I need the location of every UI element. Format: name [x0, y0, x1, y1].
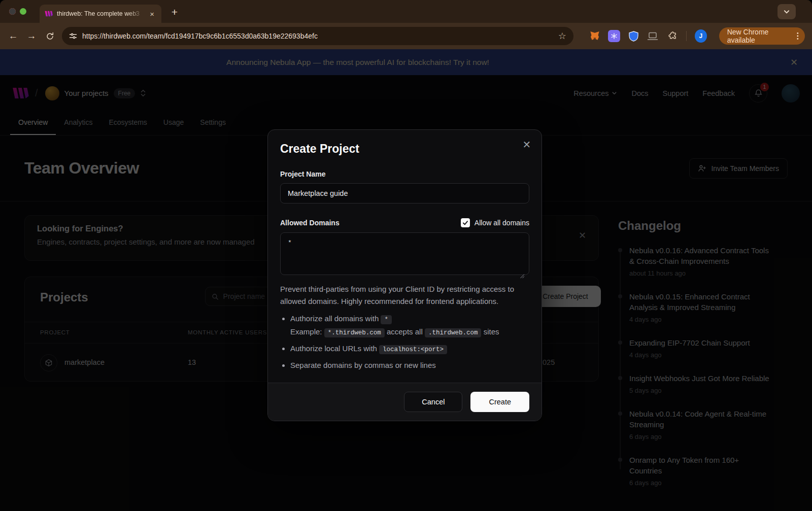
allowed-domains-label: Allowed Domains — [280, 219, 340, 227]
address-bar[interactable]: https://thirdweb.com/team/fcd194917bc9c6… — [62, 27, 573, 45]
code-chip: * — [381, 315, 392, 324]
code-chip: localhost:<port> — [379, 345, 447, 354]
url-text[interactable]: https://thirdweb.com/team/fcd194917bc9c6… — [82, 32, 553, 40]
thirdweb-favicon-icon — [45, 11, 53, 17]
allowed-domains-textarea[interactable]: * — [280, 232, 529, 275]
laptop-icon[interactable] — [647, 30, 659, 42]
chrome-update-label: New Chrome available — [727, 28, 792, 44]
modal-create-button[interactable]: Create — [470, 392, 529, 412]
page: Announcing Nebula App — the most powerfu… — [0, 49, 812, 511]
allow-all-label[interactable]: Allow all domains — [475, 219, 529, 227]
allow-all-domains-control[interactable]: Allow all domains — [461, 218, 529, 227]
forward-button[interactable]: → — [25, 30, 38, 42]
window-controls — [9, 8, 26, 15]
chevron-down-icon — [783, 8, 790, 15]
extensions-puzzle-icon[interactable] — [666, 30, 678, 42]
modal-close-icon[interactable]: ✕ — [519, 137, 534, 152]
tab-close-icon[interactable]: × — [148, 9, 156, 19]
new-tab-button[interactable]: + — [167, 5, 182, 19]
code-chip: .thirdweb.com — [425, 328, 482, 337]
chrome-update-button[interactable]: New Chrome available — [719, 27, 805, 45]
site-info-icon[interactable] — [69, 32, 77, 40]
help-bullet-separate: Separate domains by commas or new lines — [290, 359, 529, 371]
browser-toolbar: ← → https://thirdweb.com/team/fcd194917b… — [0, 23, 812, 49]
extensions-row: J New Chrome available — [589, 27, 805, 45]
reload-button[interactable] — [44, 30, 56, 42]
modal-body: Create Project Project Name Allowed Doma… — [268, 130, 542, 371]
create-project-modal: ✕ Create Project Project Name Allowed Do… — [267, 129, 542, 421]
browser-window: thirdweb: The complete web3 × + ← → http… — [0, 0, 812, 511]
kebab-menu-icon — [797, 32, 799, 40]
allowed-domains-row: Allowed Domains Allow all domains — [280, 218, 529, 227]
window-zoom-button[interactable] — [20, 8, 26, 15]
help-bullet-localhost: Authorize local URLs with localhost:<por… — [290, 343, 529, 356]
bookmark-star-icon[interactable]: ☆ — [558, 30, 566, 42]
modal-footer: Cancel Create — [268, 383, 542, 421]
chrome-profile-avatar[interactable]: J — [695, 29, 707, 43]
metamask-extension-icon[interactable] — [589, 30, 601, 42]
domains-help-list: Authorize all domains with * Example: *.… — [280, 313, 529, 371]
toolbar-divider — [686, 31, 687, 41]
help-bullet-authorize-all: Authorize all domains with * Example: *.… — [290, 313, 529, 339]
snowflake-extension-icon[interactable] — [608, 30, 620, 42]
shield-extension-icon[interactable] — [627, 30, 639, 42]
tab-search-button[interactable] — [777, 4, 796, 19]
project-name-input[interactable] — [280, 183, 529, 203]
reload-icon — [46, 32, 54, 41]
browser-tab[interactable]: thirdweb: The complete web3 × — [40, 5, 161, 23]
project-name-label: Project Name — [280, 170, 529, 178]
code-chip: *.thirdweb.com — [324, 328, 385, 337]
window-minimize-button[interactable] — [9, 8, 16, 15]
browser-tab-strip: thirdweb: The complete web3 × + — [0, 0, 812, 23]
back-button[interactable]: ← — [7, 30, 19, 42]
allow-all-checkbox[interactable] — [461, 218, 470, 227]
tab-title: thirdweb: The complete web3 — [57, 10, 144, 17]
check-icon — [462, 220, 468, 226]
modal-title: Create Project — [280, 142, 529, 156]
domains-help-text: Prevent third-parties from using your Cl… — [280, 283, 529, 308]
textarea-resize-handle[interactable] — [520, 274, 525, 279]
cancel-button[interactable]: Cancel — [404, 392, 462, 412]
